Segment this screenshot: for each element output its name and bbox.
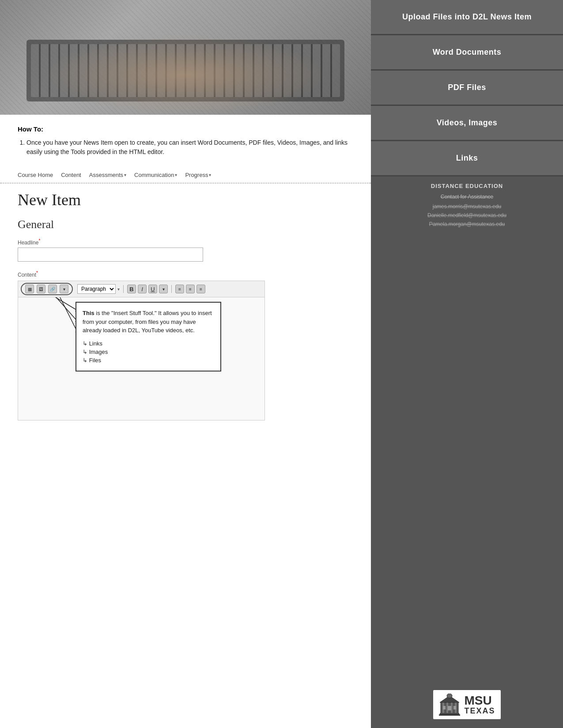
svg-line-2 [53, 297, 78, 333]
editor-toolbar: ▦ 🖼 🔗 ▾ Paragraph ▾ [18, 281, 265, 297]
align-right-icon: ≡ [200, 287, 202, 292]
course-nav: Course Home Content Assessments ▾ Commun… [0, 167, 371, 184]
how-to-step-1: Once you have your News Item open to cre… [26, 138, 353, 157]
email-1[interactable]: james.morris@msutexas.edu [378, 203, 556, 210]
insert-link-icon: 🔗 [50, 287, 55, 292]
align-right-button[interactable]: ≡ [196, 285, 205, 293]
insert-image-icon: 🖼 [39, 287, 43, 292]
how-to-section: How To: Once you have your News Item ope… [0, 115, 371, 167]
sidebar-logo-section: MSU TEXAS [371, 681, 563, 728]
underline-button[interactable]: U [148, 285, 157, 293]
underline-dropdown-arrow: ▾ [162, 287, 165, 292]
sidebar-item-word-docs[interactable]: Word Documents [371, 35, 563, 71]
headline-input[interactable] [18, 248, 203, 262]
align-left-icon: ≡ [178, 287, 181, 292]
insert-link-button[interactable]: 🔗 [48, 285, 57, 293]
msu-texas-logo: MSU TEXAS [433, 690, 500, 719]
distance-education-title: DISTANCE EDUCATION [378, 183, 556, 189]
nav-progress[interactable]: Progress ▾ [185, 172, 211, 178]
svg-point-9 [447, 694, 452, 698]
annotation-item-images: Images [83, 348, 214, 356]
insert-file-button[interactable]: ▦ [25, 285, 34, 293]
bold-button[interactable]: B [127, 285, 136, 293]
nav-course-home[interactable]: Course Home [18, 172, 53, 178]
hero-image [0, 0, 371, 115]
toolbar-separator-2 [171, 285, 172, 293]
hands-visual [44, 35, 327, 115]
annotation-text: This is the "Insert Stuff Tool." It allo… [83, 309, 214, 335]
annotation-item-links: Links [83, 339, 214, 348]
progress-dropdown-arrow: ▾ [209, 173, 211, 177]
editor-outer: ▦ 🖼 🔗 ▾ Paragraph ▾ [18, 281, 265, 420]
new-item-section: New Item General Headline* Content* ▦ 🖼 [0, 184, 371, 428]
svg-rect-11 [439, 714, 460, 716]
toolbar-separator-1 [123, 285, 124, 293]
annotation-item-files: Files [83, 356, 214, 364]
assessments-dropdown-arrow: ▾ [124, 173, 126, 177]
msu-building-icon [438, 694, 461, 716]
sidebar-item-videos-images[interactable]: Videos, Images [371, 106, 563, 141]
paragraph-dropdown-arrow: ▾ [117, 287, 120, 292]
how-to-title: How To: [18, 125, 353, 133]
editor-area[interactable]: This is the "Insert Stuff Tool." It allo… [18, 297, 265, 420]
new-item-title: New Item [18, 191, 353, 209]
msu-label: MSU [464, 694, 495, 707]
insert-image-button[interactable]: 🖼 [37, 285, 45, 293]
msu-text-block: MSU TEXAS [464, 694, 495, 715]
svg-line-0 [34, 297, 78, 311]
content-label: Content* [18, 270, 353, 278]
nav-communication[interactable]: Communication ▾ [134, 172, 177, 178]
nav-content[interactable]: Content [61, 172, 81, 178]
general-title: General [18, 218, 353, 231]
email-3[interactable]: Pamela.morgan@msutexas.edu [378, 221, 556, 227]
headline-label: Headline* [18, 238, 353, 246]
insert-dropdown-button[interactable]: ▾ [60, 285, 68, 293]
svg-line-1 [45, 297, 78, 322]
align-left-button[interactable]: ≡ [175, 285, 184, 293]
annotation-list: Links Images Files [83, 339, 214, 364]
insert-stuff-group: ▦ 🖼 🔗 ▾ [21, 283, 73, 295]
communication-dropdown-arrow: ▾ [175, 173, 177, 177]
sidebar-item-pdf-files[interactable]: PDF Files [371, 71, 563, 106]
paragraph-dropdown[interactable]: Paragraph [77, 284, 116, 294]
insert-file-icon: ▦ [28, 287, 32, 292]
insert-dropdown-arrow-icon: ▾ [63, 287, 65, 292]
annotation-box: This is the "Insert Stuff Tool." It allo… [76, 302, 221, 372]
sidebar-item-upload-files[interactable]: Upload Files into D2L News Item [371, 0, 563, 35]
italic-button[interactable]: I [138, 285, 147, 293]
main-content: How To: Once you have your News Item ope… [0, 0, 371, 728]
email-2[interactable]: Danielle.medfield@msutexas.edu [378, 212, 556, 218]
align-center-button[interactable]: ≡ [186, 285, 195, 293]
sidebar: Upload Files into D2L News Item Word Doc… [371, 0, 563, 728]
svg-rect-14 [453, 706, 456, 709]
sidebar-item-links[interactable]: Links [371, 141, 563, 176]
texas-label: TEXAS [464, 707, 495, 715]
underline-dropdown-button[interactable]: ▾ [159, 285, 168, 293]
align-center-icon: ≡ [189, 287, 192, 292]
svg-rect-12 [448, 706, 451, 710]
svg-rect-10 [440, 713, 459, 714]
how-to-list: Once you have your News Item open to cre… [18, 138, 353, 157]
nav-assessments[interactable]: Assessments ▾ [89, 172, 126, 178]
distance-education-section: DISTANCE EDUCATION Contact for Assistanc… [371, 176, 563, 236]
svg-rect-13 [443, 706, 446, 709]
contact-for-assistance: Contact for Assistance [378, 194, 556, 200]
